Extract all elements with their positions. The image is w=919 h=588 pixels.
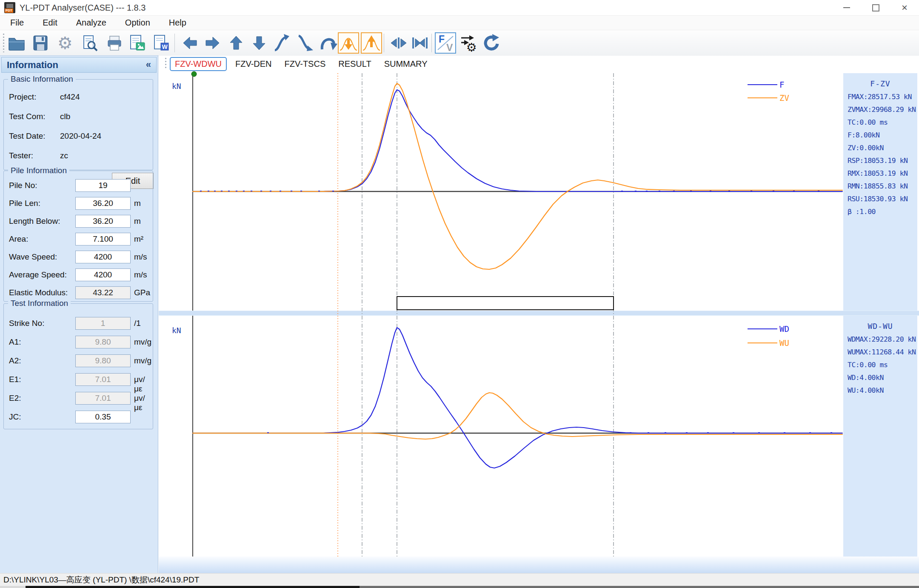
test-row-input[interactable]: 7.01 xyxy=(75,373,131,386)
pile-row-label: Wave Speed: xyxy=(9,252,57,262)
tabbar-drag-handle[interactable] xyxy=(165,58,166,70)
screen-bottom-edge xyxy=(0,586,919,588)
test-information-group-title: Test Information xyxy=(8,299,71,308)
pile-row-label: Elastic Modulus: xyxy=(9,288,68,297)
fzv-panel-line: TC:0.00 ms xyxy=(843,118,917,126)
tab-summary[interactable]: SUMMARY xyxy=(380,58,432,70)
fzv-panel-line: F:8.00kN xyxy=(843,131,917,139)
test-row-input[interactable]: 0.35 xyxy=(75,411,131,423)
svg-text:V: V xyxy=(446,42,453,53)
arrow-left-icon[interactable] xyxy=(180,32,201,54)
fzv-values-panel: F-ZVFMAX:28517.53 kNZVMAX:29968.29 kNTC:… xyxy=(843,73,917,311)
pile-row-input[interactable]: 7.100 xyxy=(75,233,131,245)
fzv-panel-line: β :1.00 xyxy=(843,208,917,216)
basic-information-group-title: Basic Information xyxy=(8,74,76,84)
valley-adjust-icon[interactable] xyxy=(338,32,359,54)
toolbar-separator xyxy=(384,34,384,52)
test-row-input[interactable]: 9.80 xyxy=(75,354,131,367)
pile-row-unit: m xyxy=(134,217,141,226)
fzv-panel-line: RSP:18053.19 kN xyxy=(843,157,917,165)
status-bar: D:\YLINK\YL03—高应变 (YL-PDT) \数据\cf424\19.… xyxy=(0,573,919,586)
menu-item-option[interactable]: Option xyxy=(125,18,150,28)
auto-process-icon[interactable]: ⚙ xyxy=(459,32,480,54)
pile-row-input[interactable]: 19 xyxy=(75,179,131,192)
tab-result[interactable]: RESULT xyxy=(334,58,375,70)
basic-information-group: Basic InformationProject:cf424Test Com:c… xyxy=(3,79,153,170)
tab-fzv-tscs[interactable]: FZV-TSCS xyxy=(280,58,330,70)
basic-row-label: Test Date: xyxy=(9,131,46,141)
minimize-icon xyxy=(843,7,850,8)
fv-toggle-icon[interactable]: FV xyxy=(435,32,456,54)
export-image-icon[interactable] xyxy=(127,32,148,54)
pile-row-input[interactable]: 4200 xyxy=(75,268,131,281)
pile-row-unit: m/s xyxy=(134,252,147,262)
expand-x-icon[interactable] xyxy=(388,32,409,54)
arrow-up-icon[interactable] xyxy=(225,32,247,54)
test-row-label: A2: xyxy=(9,356,21,365)
test-information-group: Test InformationStrike No:1/1A1:9.80mv/g… xyxy=(3,303,153,429)
window-title: YL-PDT Analyser(CASE) --- 1.8.3 xyxy=(20,3,146,13)
close-button[interactable]: × xyxy=(890,0,919,15)
test-row-unit: mv/g xyxy=(134,356,151,365)
svg-text:⚙: ⚙ xyxy=(57,33,73,53)
fzv-panel-line: RMN:18855.83 kN xyxy=(843,182,917,190)
test-row-unit: mv/g xyxy=(134,337,151,347)
open-folder-icon[interactable] xyxy=(6,32,27,54)
pile-row-label: Length Below: xyxy=(9,217,60,226)
test-row-unit: μv/με xyxy=(134,375,153,394)
test-row-input[interactable]: 7.01 xyxy=(75,392,131,405)
test-row-label: E2: xyxy=(9,394,21,403)
menu-item-edit[interactable]: Edit xyxy=(43,18,57,28)
compress-x-icon[interactable] xyxy=(409,32,431,54)
pile-row-input[interactable]: 4200 xyxy=(75,251,131,263)
test-row-input[interactable]: 9.80 xyxy=(75,336,131,348)
maximize-button[interactable] xyxy=(861,0,890,15)
pile-row-label: Average Speed: xyxy=(9,270,67,280)
toolbar-drag-handle[interactable] xyxy=(3,34,4,52)
menu-bar: FileEditAnalyzeOptionHelp xyxy=(0,16,919,30)
pile-row-unit: GPa xyxy=(134,288,150,297)
curve-lower-icon[interactable] xyxy=(294,32,316,54)
preview-zoom-icon[interactable] xyxy=(79,32,100,54)
menu-item-file[interactable]: File xyxy=(10,18,24,28)
pile-row-input[interactable]: 43.22 xyxy=(75,286,131,299)
bottom-chart-y-unit: kN xyxy=(172,326,181,335)
pile-row-label: Area: xyxy=(9,234,28,244)
curve-raise-icon[interactable] xyxy=(271,32,293,54)
pile-row-input[interactable]: 36.20 xyxy=(75,197,131,210)
export-word-icon[interactable]: W xyxy=(151,32,172,54)
information-panel: Information « Basic InformationProject:c… xyxy=(0,55,158,573)
menu-item-help[interactable]: Help xyxy=(169,18,186,28)
pile-row-input[interactable]: 36.20 xyxy=(75,215,131,228)
basic-row-value: cf424 xyxy=(60,92,80,102)
wdwu-panel-line: WDMAX:29228.20 kN xyxy=(843,335,917,343)
basic-row-value: clb xyxy=(60,112,70,121)
pile-row-unit: m/s xyxy=(134,270,147,280)
arrow-right-icon[interactable] xyxy=(202,32,223,54)
basic-row-label: Tester: xyxy=(9,151,33,160)
test-row-input[interactable]: 1 xyxy=(75,317,131,330)
curve-flip-icon[interactable] xyxy=(317,32,339,54)
test-row-label: A1: xyxy=(9,337,21,347)
wdwu-panel-line: WD:4.00kN xyxy=(843,374,917,382)
tab-fzv-wdwu[interactable]: FZV-WDWU xyxy=(170,57,227,71)
tab-fzv-den[interactable]: FZV-DEN xyxy=(231,58,276,70)
settings-gear-icon[interactable]: ⚙ xyxy=(54,32,76,54)
test-row-unit: μv/με xyxy=(134,394,153,412)
arrow-down-icon[interactable] xyxy=(248,32,270,54)
wdwu-panel-line: WUMAX:11268.44 kN xyxy=(843,348,917,356)
toolbar: ⚙WFV⚙ xyxy=(0,30,919,56)
wdwu-panel-line: TC:0.00 ms xyxy=(843,361,917,369)
minimize-button[interactable] xyxy=(832,0,861,15)
print-icon[interactable] xyxy=(104,32,125,54)
refresh-icon[interactable] xyxy=(481,32,502,54)
collapse-panel-button[interactable]: « xyxy=(146,59,151,70)
peak-adjust-icon[interactable] xyxy=(361,32,382,54)
pile-row-unit: m xyxy=(134,199,141,208)
save-icon[interactable] xyxy=(30,32,51,54)
menu-item-analyze[interactable]: Analyze xyxy=(76,18,106,28)
basic-row-value: zc xyxy=(60,151,68,160)
pile-row-label: Pile No: xyxy=(9,181,37,190)
svg-text:F: F xyxy=(439,34,445,45)
fzv-panel-line: ZV:0.00kN xyxy=(843,144,917,152)
